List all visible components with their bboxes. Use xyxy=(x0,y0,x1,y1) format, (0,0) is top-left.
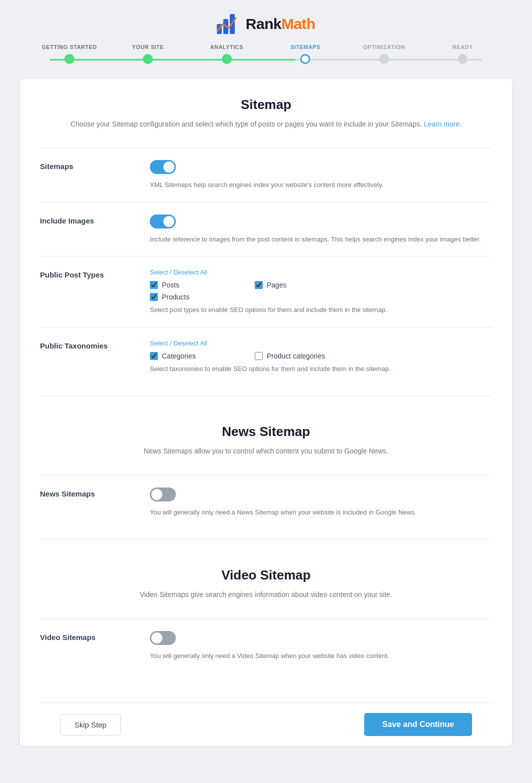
step-circle-getting-started xyxy=(64,54,74,64)
include-images-row: Include Images Include reference to imag… xyxy=(40,202,492,256)
public-post-types-label: Public Post Types xyxy=(40,268,150,279)
news-sitemap-description: News Sitemaps allow you to control which… xyxy=(40,446,492,456)
news-sitemaps-toggle-knob xyxy=(151,489,162,500)
taxonomy-categories-checkbox[interactable] xyxy=(150,352,158,360)
sitemaps-label: Sitemaps xyxy=(40,160,150,170)
post-types-checkbox-grid: Posts Pages Products xyxy=(150,281,350,301)
taxonomies-select-deselect[interactable]: Select / Deselect All xyxy=(150,340,492,347)
public-post-types-row: Public Post Types Select / Deselect All … xyxy=(40,256,492,327)
sitemaps-desc: XML Sitemaps help search engines index y… xyxy=(150,180,492,190)
step-label-sitemaps: SITEMAPS xyxy=(290,44,320,50)
step-circle-sitemaps xyxy=(300,54,310,64)
news-section-header: News Sitemap News Sitemaps allow you to … xyxy=(20,406,512,474)
public-taxonomies-content: Select / Deselect All Categories Product… xyxy=(150,340,492,374)
news-sitemaps-toggle[interactable] xyxy=(150,488,176,502)
video-section-header: Video Sitemap Video Sitemaps give search… xyxy=(20,550,512,618)
video-sitemap-description: Video Sitemaps give search engines infor… xyxy=(40,589,492,600)
step-circle-optimization xyxy=(379,54,389,64)
divider-2 xyxy=(40,539,492,540)
step-label-ready: READY xyxy=(453,44,473,50)
video-sitemaps-label: Video Sitemaps xyxy=(40,631,150,642)
step-sitemaps: SITEMAPS xyxy=(266,44,345,64)
taxonomy-categories: Categories xyxy=(150,352,245,360)
step-analytics: ANALYTICS xyxy=(187,44,266,64)
sitemap-learn-more-link[interactable]: Learn more. xyxy=(424,120,461,128)
video-sitemaps-toggle[interactable] xyxy=(150,631,176,645)
step-label-optimization: OPTIMIZATION xyxy=(363,44,405,50)
step-your-site: YOUR SITE xyxy=(109,44,188,64)
step-label-your-site: YOUR SITE xyxy=(132,44,164,50)
logo: RankMath xyxy=(217,14,315,34)
post-type-products-label: Products xyxy=(162,293,189,301)
public-taxonomies-row: Public Taxonomies Select / Deselect All … xyxy=(40,327,492,386)
step-label-analytics: ANALYTICS xyxy=(210,44,243,50)
taxonomy-product-categories-label: Product categories xyxy=(267,352,325,360)
header: RankMath xyxy=(0,0,532,44)
include-images-toggle-knob xyxy=(163,216,174,227)
public-taxonomies-desc: Select taxonomies to enable SEO options … xyxy=(150,364,492,374)
sitemap-section-header: Sitemap Choose your Sitemap configuratio… xyxy=(20,79,512,148)
rankmath-logo-icon xyxy=(217,14,241,34)
public-post-types-content: Select / Deselect All Posts Pages Produc… xyxy=(150,268,492,315)
bottom-spacer xyxy=(20,672,512,702)
taxonomy-product-categories: Product categories xyxy=(255,352,350,360)
video-sitemaps-desc: You will generally only need a Video Sit… xyxy=(150,651,492,661)
video-sitemaps-row: Video Sitemaps You will generally only n… xyxy=(40,618,492,673)
post-type-products-checkbox[interactable] xyxy=(150,293,158,301)
progress-bar: GETTING STARTED YOUR SITE ANALYTICS SITE… xyxy=(0,44,532,79)
post-type-pages-label: Pages xyxy=(267,281,287,289)
taxonomies-checkbox-grid: Categories Product categories xyxy=(150,352,350,360)
public-post-types-desc: Select post types to enable SEO options … xyxy=(150,305,492,315)
taxonomy-categories-label: Categories xyxy=(162,352,196,360)
sitemap-description: Choose your Sitemap configuration and se… xyxy=(40,118,492,130)
save-continue-button[interactable]: Save and Continue xyxy=(364,713,472,736)
footer: Skip Step Save and Continue xyxy=(40,702,492,746)
post-type-posts: Posts xyxy=(150,281,245,289)
video-sitemap-title: Video Sitemap xyxy=(40,568,492,583)
step-circle-ready xyxy=(458,54,468,64)
post-type-pages-checkbox[interactable] xyxy=(255,281,263,289)
taxonomy-product-categories-checkbox[interactable] xyxy=(255,352,263,360)
step-circle-analytics xyxy=(222,54,232,64)
include-images-label: Include Images xyxy=(40,214,150,225)
logo-text: RankMath xyxy=(246,16,315,32)
news-settings-area: News Sitemaps You will generally only ne… xyxy=(20,475,512,530)
news-sitemaps-label: News Sitemaps xyxy=(40,488,150,498)
public-taxonomies-label: Public Taxonomies xyxy=(40,340,150,350)
include-images-toggle[interactable] xyxy=(150,214,176,228)
divider-1 xyxy=(40,396,492,396)
include-images-desc: Include reference to images from the pos… xyxy=(150,234,492,244)
video-settings-area: Video Sitemaps You will generally only n… xyxy=(20,618,512,673)
step-label-getting-started: GETTING STARTED xyxy=(41,44,97,50)
sitemaps-toggle[interactable] xyxy=(150,160,176,174)
post-type-posts-label: Posts xyxy=(162,281,179,289)
video-sitemaps-toggle-knob xyxy=(151,632,162,644)
video-sitemaps-content: You will generally only need a Video Sit… xyxy=(150,631,492,661)
step-optimization: OPTIMIZATION xyxy=(345,44,424,64)
progress-steps: GETTING STARTED YOUR SITE ANALYTICS SITE… xyxy=(30,44,502,64)
step-ready: READY xyxy=(424,44,503,64)
news-sitemaps-row: News Sitemaps You will generally only ne… xyxy=(40,475,492,530)
step-getting-started: GETTING STARTED xyxy=(30,44,109,64)
sitemaps-toggle-knob xyxy=(163,162,174,172)
step-circle-your-site xyxy=(143,54,153,64)
post-types-select-deselect[interactable]: Select / Deselect All xyxy=(150,268,492,276)
sitemap-settings-area: Sitemaps XML Sitemaps help search engine… xyxy=(20,148,512,386)
news-sitemaps-content: You will generally only need a News Site… xyxy=(150,488,492,518)
news-sitemap-title: News Sitemap xyxy=(40,424,492,440)
include-images-content: Include reference to images from the pos… xyxy=(150,214,492,244)
skip-step-button[interactable]: Skip Step xyxy=(60,714,121,736)
sitemaps-content: XML Sitemaps help search engines index y… xyxy=(150,160,492,190)
sitemaps-row: Sitemaps XML Sitemaps help search engine… xyxy=(40,148,492,202)
sitemap-title: Sitemap xyxy=(40,97,492,112)
main-card: Sitemap Choose your Sitemap configuratio… xyxy=(20,79,512,746)
news-sitemaps-desc: You will generally only need a News Site… xyxy=(150,508,492,518)
post-type-posts-checkbox[interactable] xyxy=(150,281,158,289)
post-type-pages: Pages xyxy=(255,281,350,289)
post-type-products: Products xyxy=(150,293,245,301)
